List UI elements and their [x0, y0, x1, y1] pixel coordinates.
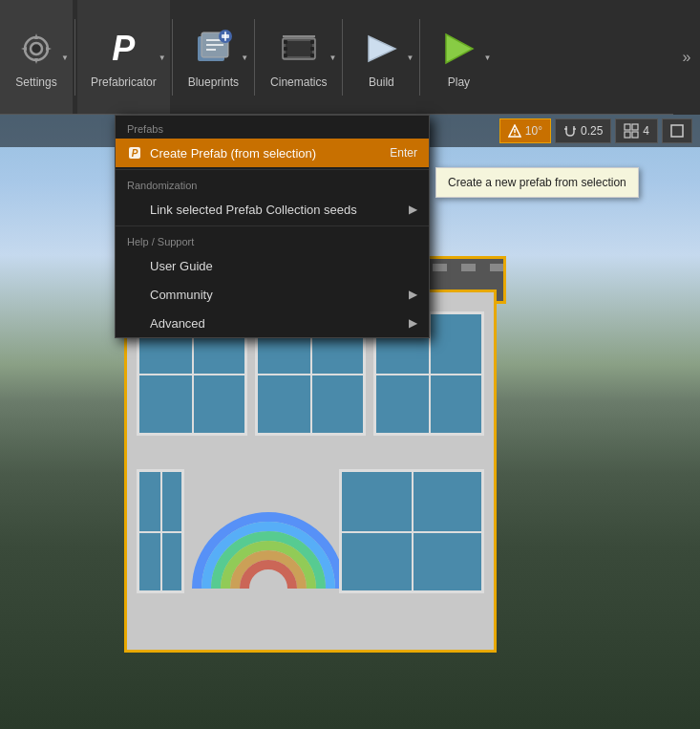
snap-icon	[563, 124, 577, 138]
maximize-button[interactable]	[662, 118, 692, 143]
svg-rect-14	[284, 40, 287, 44]
blueprints-label: Blueprints	[188, 75, 239, 89]
toolbar: Settings ▼ P Prefabricator ▼ Bluepr	[0, 0, 700, 115]
user-guide-menu-item[interactable]: User Guide	[116, 251, 429, 280]
play-label: Play	[448, 75, 470, 89]
cinematics-icon	[276, 26, 322, 72]
svg-marker-21	[369, 36, 395, 61]
settings-icon	[13, 26, 59, 72]
angle-value: 10°	[525, 124, 542, 138]
svg-rect-33	[632, 132, 638, 138]
grid-button[interactable]: 4	[615, 118, 658, 143]
maximize-icon	[670, 124, 684, 138]
toolbar-divider	[254, 19, 255, 96]
svg-rect-19	[310, 54, 314, 57]
angle-warning-button[interactable]: 10°	[499, 118, 551, 143]
settings-dropdown-arrow: ▼	[61, 53, 69, 61]
window-pane	[137, 469, 184, 593]
advanced-label: Advanced	[150, 316, 205, 331]
svg-point-27	[514, 134, 516, 136]
blueprints-dropdown-arrow: ▼	[241, 53, 248, 61]
settings-toolbar-item[interactable]: Settings ▼	[0, 0, 73, 114]
link-seeds-icon	[127, 202, 142, 217]
prefabs-section-label: Prefabs	[116, 116, 429, 139]
svg-rect-17	[310, 40, 314, 44]
svg-rect-30	[625, 124, 630, 130]
prefabricator-label: Prefabricator	[91, 75, 157, 89]
randomization-section-label: Randomization	[116, 172, 429, 195]
toolbar-divider	[419, 19, 420, 96]
link-seeds-menu-item[interactable]: Link selected Prefab Collection seeds ▶	[116, 195, 429, 224]
advanced-menu-item[interactable]: Advanced ▶	[116, 309, 429, 337]
cinematics-label: Cinematics	[270, 75, 327, 89]
svg-marker-23	[446, 34, 473, 63]
create-prefab-tooltip: Create a new prefab from selection	[435, 167, 639, 198]
svg-rect-16	[284, 54, 287, 57]
svg-rect-34	[671, 125, 683, 137]
community-label: Community	[150, 288, 213, 302]
community-menu-item[interactable]: Community ▶	[116, 280, 429, 309]
create-prefab-label: Create Prefab (from selection)	[150, 146, 316, 161]
help-section-label: Help / Support	[116, 228, 429, 251]
link-seeds-label: Link selected Prefab Collection seeds	[150, 203, 357, 217]
menu-separator	[116, 225, 429, 226]
rainbow-arch	[192, 460, 345, 593]
window-pane	[339, 469, 484, 593]
svg-rect-10	[224, 32, 226, 41]
svg-rect-31	[632, 124, 638, 130]
prefabricator-toolbar-item[interactable]: P Prefabricator ▼	[77, 0, 170, 114]
svg-rect-15	[284, 47, 287, 51]
building-body	[124, 289, 497, 653]
create-prefab-shortcut: Enter	[390, 146, 417, 160]
build-dropdown-arrow: ▼	[407, 53, 414, 61]
user-guide-label: User Guide	[150, 259, 213, 273]
expand-button[interactable]: »	[673, 0, 700, 115]
toolbar-divider	[74, 19, 75, 96]
menu-separator	[116, 169, 429, 170]
toolbar-divider	[342, 19, 343, 96]
windows-bottom-row	[137, 469, 484, 593]
grid-icon	[624, 123, 639, 139]
cinematics-dropdown-arrow: ▼	[329, 53, 337, 61]
settings-label: Settings	[15, 75, 56, 89]
play-dropdown-arrow: ▼	[484, 53, 492, 61]
prefabricator-dropdown-arrow: ▼	[159, 53, 166, 61]
advanced-arrow: ▶	[409, 316, 417, 330]
create-prefab-menu-item[interactable]: P Create Prefab (from selection) Enter	[116, 139, 429, 167]
snap-button[interactable]: 0.25	[555, 118, 611, 143]
building	[124, 289, 497, 653]
tooltip-text: Create a new prefab from selection	[448, 176, 626, 189]
blueprints-toolbar-item[interactable]: Blueprints ▼	[175, 0, 252, 114]
build-icon	[358, 26, 404, 72]
blueprints-icon	[190, 26, 236, 72]
toolbar-divider	[172, 19, 173, 96]
svg-rect-18	[310, 47, 314, 51]
advanced-icon	[127, 315, 142, 331]
svg-rect-13	[286, 41, 312, 56]
play-toolbar-item[interactable]: Play ▼	[422, 0, 495, 114]
prefab-p-icon: P	[127, 145, 142, 161]
prefabricator-dropdown-menu: Prefabs P Create Prefab (from selection)…	[115, 115, 430, 338]
community-arrow: ▶	[409, 288, 417, 301]
camera-count: 4	[643, 124, 649, 138]
svg-point-2	[31, 43, 42, 54]
build-label: Build	[369, 75, 394, 89]
cinematics-toolbar-item[interactable]: Cinematics ▼	[257, 0, 340, 114]
distance-value: 0.25	[581, 124, 603, 138]
prefabricator-icon: P	[100, 26, 146, 72]
svg-rect-32	[625, 132, 630, 138]
user-guide-icon	[127, 258, 142, 273]
play-icon	[435, 26, 481, 72]
community-icon	[127, 287, 142, 302]
build-toolbar-item[interactable]: Build ▼	[345, 0, 417, 114]
link-seeds-arrow: ▶	[409, 203, 417, 216]
warning-icon	[508, 124, 521, 138]
svg-text:P: P	[132, 148, 138, 159]
arch-section	[192, 469, 331, 593]
